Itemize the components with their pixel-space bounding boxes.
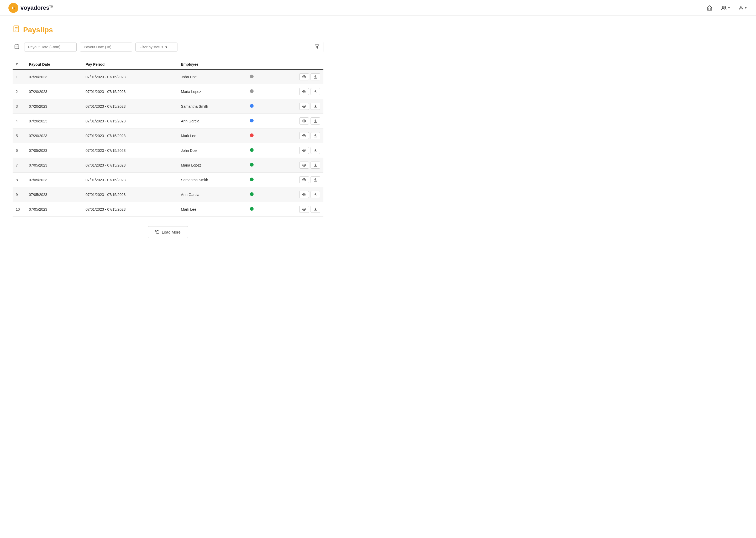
download-button[interactable] <box>310 73 320 81</box>
view-button[interactable] <box>299 132 309 139</box>
table-row: 2 07/20/2023 07/01/2023 - 07/15/2023 Mar… <box>13 84 323 99</box>
col-payout-date: Payout Date <box>26 60 82 69</box>
cell-actions <box>267 202 323 217</box>
cell-status <box>247 99 267 114</box>
logo-name: voyadoresTM <box>21 4 53 11</box>
download-button[interactable] <box>310 147 320 154</box>
status-dot <box>250 148 254 152</box>
svg-point-6 <box>740 6 742 8</box>
users-button[interactable]: ▾ <box>720 4 731 12</box>
table-row: 8 07/05/2023 07/01/2023 - 07/15/2023 Sam… <box>13 173 323 187</box>
cell-payout-date: 07/20/2023 <box>26 129 82 143</box>
svg-point-0 <box>10 5 17 11</box>
payslips-title-icon <box>13 25 20 34</box>
col-num: # <box>13 60 26 69</box>
download-button[interactable] <box>310 162 320 169</box>
svg-point-16 <box>304 77 305 78</box>
cell-pay-period: 07/01/2023 - 07/15/2023 <box>82 99 178 114</box>
col-status <box>247 60 267 69</box>
advanced-filter-button[interactable] <box>311 42 323 52</box>
cell-payout-date: 07/20/2023 <box>26 114 82 129</box>
logo: voyadoresTM <box>8 3 53 13</box>
cell-pay-period: 07/01/2023 - 07/15/2023 <box>82 69 178 84</box>
cell-status <box>247 84 267 99</box>
svg-point-26 <box>304 150 305 151</box>
cell-status <box>247 187 267 202</box>
view-button[interactable] <box>299 147 309 154</box>
cell-status <box>247 69 267 84</box>
table-row: 10 07/05/2023 07/01/2023 - 07/15/2023 Ma… <box>13 202 323 217</box>
cell-actions <box>267 69 323 84</box>
view-button[interactable] <box>299 88 309 95</box>
svg-point-28 <box>304 165 305 166</box>
cell-payout-date: 07/20/2023 <box>26 69 82 84</box>
cell-pay-period: 07/01/2023 - 07/15/2023 <box>82 187 178 202</box>
svg-point-34 <box>304 209 305 210</box>
view-button[interactable] <box>299 117 309 125</box>
page-title-row: Payslips <box>13 25 323 34</box>
download-button[interactable] <box>310 88 320 95</box>
cell-actions <box>267 143 323 158</box>
cell-status <box>247 129 267 143</box>
cell-payout-date: 07/05/2023 <box>26 158 82 173</box>
col-pay-period: Pay Period <box>82 60 178 69</box>
cell-num: 9 <box>13 187 26 202</box>
header-nav: ▾ ▾ <box>706 4 748 12</box>
download-button[interactable] <box>310 117 320 125</box>
cell-employee: Ann Garcia <box>178 187 247 202</box>
date-from-input[interactable] <box>24 42 77 51</box>
col-actions <box>267 60 323 69</box>
view-button[interactable] <box>299 73 309 81</box>
download-button[interactable] <box>310 191 320 198</box>
cell-actions <box>267 99 323 114</box>
cell-num: 10 <box>13 202 26 217</box>
main-content: Payslips Filter by status ▾ <box>0 16 336 247</box>
payslips-table: # Payout Date Pay Period Employee 1 07/2… <box>13 60 323 217</box>
status-dot <box>250 119 254 123</box>
table-row: 4 07/20/2023 07/01/2023 - 07/15/2023 Ann… <box>13 114 323 129</box>
filters-row: Filter by status ▾ <box>13 42 323 52</box>
svg-point-24 <box>304 135 305 136</box>
view-button[interactable] <box>299 162 309 169</box>
cell-pay-period: 07/01/2023 - 07/15/2023 <box>82 158 178 173</box>
cell-pay-period: 07/01/2023 - 07/15/2023 <box>82 173 178 187</box>
cell-employee: Samantha Smith <box>178 99 247 114</box>
cell-num: 2 <box>13 84 26 99</box>
cell-payout-date: 07/05/2023 <box>26 187 82 202</box>
cell-actions <box>267 187 323 202</box>
status-dot <box>250 75 254 78</box>
account-button[interactable]: ▾ <box>737 4 748 12</box>
cell-pay-period: 07/01/2023 - 07/15/2023 <box>82 84 178 99</box>
svg-point-5 <box>725 6 726 8</box>
cell-payout-date: 07/20/2023 <box>26 84 82 99</box>
cell-pay-period: 07/01/2023 - 07/15/2023 <box>82 129 178 143</box>
status-dot <box>250 104 254 108</box>
status-dot <box>250 178 254 181</box>
cell-status <box>247 114 267 129</box>
cell-payout-date: 07/05/2023 <box>26 143 82 158</box>
view-button[interactable] <box>299 103 309 110</box>
home-button[interactable] <box>706 4 714 12</box>
cell-status <box>247 173 267 187</box>
calendar-icon-button[interactable] <box>13 43 21 51</box>
date-to-input[interactable] <box>80 42 132 51</box>
table-body: 1 07/20/2023 07/01/2023 - 07/15/2023 Joh… <box>13 69 323 217</box>
filter-status-button[interactable]: Filter by status ▾ <box>135 42 177 51</box>
download-button[interactable] <box>310 176 320 183</box>
view-button[interactable] <box>299 191 309 198</box>
load-more-button[interactable]: Load More <box>148 226 188 238</box>
download-button[interactable] <box>310 206 320 213</box>
download-button[interactable] <box>310 132 320 139</box>
view-button[interactable] <box>299 176 309 183</box>
cell-payout-date: 07/20/2023 <box>26 99 82 114</box>
svg-point-18 <box>304 91 305 92</box>
svg-point-22 <box>304 121 305 122</box>
svg-rect-2 <box>14 7 15 9</box>
cell-payout-date: 07/05/2023 <box>26 202 82 217</box>
download-button[interactable] <box>310 103 320 110</box>
svg-rect-11 <box>15 45 19 49</box>
view-button[interactable] <box>299 206 309 213</box>
table-row: 6 07/05/2023 07/01/2023 - 07/15/2023 Joh… <box>13 143 323 158</box>
cell-num: 4 <box>13 114 26 129</box>
cell-employee: Ann Garcia <box>178 114 247 129</box>
